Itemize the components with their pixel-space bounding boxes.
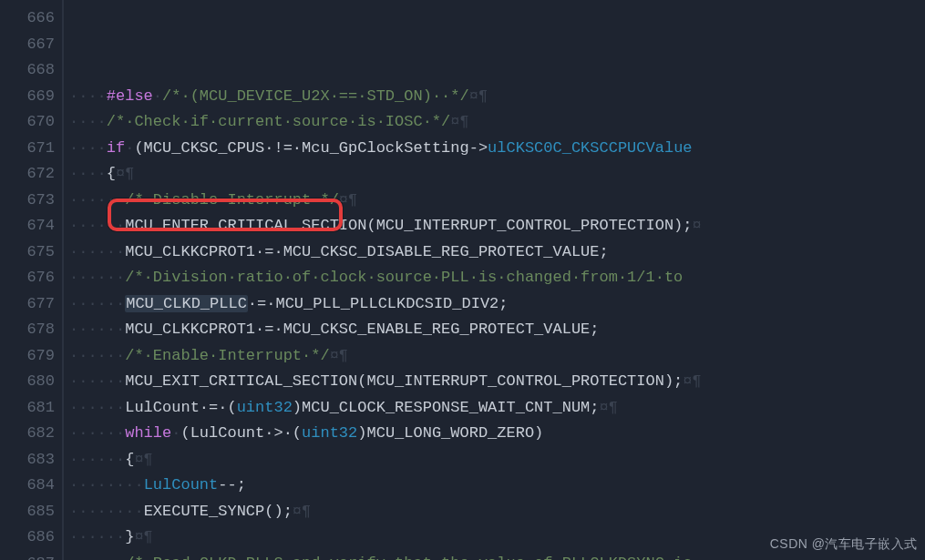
code-token: ¤¶ <box>116 165 134 182</box>
code-line[interactable]: ········EXECUTE_SYNCP();¤¶ <box>69 499 925 525</box>
watermark-text: CSDN @汽车电子嵌入式 <box>770 531 918 557</box>
code-token: /*·Read·CLKD_PLLS·and·verify·that·the·va… <box>125 555 692 561</box>
code-token: /*·Enable·Interrupt·*/ <box>125 347 329 364</box>
indent-dots: ······ <box>69 555 125 561</box>
code-line[interactable]: ····/*·Check·if·current·source·is·IOSC·*… <box>69 109 925 136</box>
line-number: 678 <box>0 317 62 343</box>
indent-dots: ···· <box>69 113 107 130</box>
code-token: /*·Check·if·current·source·is·IOSC·*/ <box>107 113 450 130</box>
code-token: MCU_CLKKCPROT1·=·MCU_CKSC_ENABLE_REG_PRO… <box>125 321 599 338</box>
code-token: LulCount·=·( <box>125 399 236 416</box>
indent-dots: ···· <box>69 87 107 105</box>
code-token: ¤¶ <box>469 87 488 105</box>
code-token: ¤¶ <box>330 347 348 364</box>
code-token: ¤¶ <box>134 451 152 468</box>
code-token: uint32 <box>302 424 357 442</box>
code-token: #else <box>107 87 153 105</box>
line-number: 671 <box>0 136 62 162</box>
indent-dots: ········ <box>69 476 144 494</box>
code-token: { <box>107 165 116 182</box>
code-line[interactable]: ······/*·Division·ratio·of·clock·source·… <box>69 265 925 291</box>
line-number: 687 <box>0 551 62 561</box>
indent-dots: ···· <box>69 139 107 157</box>
code-token: /*·Division·ratio·of·clock·source·PLL·is… <box>125 269 683 286</box>
line-number: 667 <box>0 32 62 58</box>
line-number-gutter: 6666676686696706716726736746756766776786… <box>0 0 62 560</box>
code-token: MCU_EXIT_CRITICAL_SECTION(MCU_INTERRUPT_… <box>125 372 683 390</box>
line-number: 680 <box>0 369 62 395</box>
code-editor[interactable]: 6666676686696706716726736746756766776786… <box>0 0 925 560</box>
code-line[interactable]: ······MCU_ENTER_CRITICAL_SECTION(MCU_INT… <box>69 213 925 239</box>
line-number: 668 <box>0 57 62 84</box>
code-line[interactable]: ········LulCount--; <box>69 473 925 499</box>
code-token: · <box>153 87 162 105</box>
code-token: uint32 <box>237 399 293 416</box>
code-token: EXECUTE_SYNCP(); <box>144 503 293 520</box>
indent-dots: ········ <box>69 503 144 520</box>
code-token: MCU_CLKKCPROT1·=·MCU_CKSC_DISABLE_REG_PR… <box>125 243 609 260</box>
code-token: ¤¶ <box>339 191 357 209</box>
code-token: )MCU_CLOCK_RESPONSE_WAIT_CNT_NUM; <box>293 399 600 416</box>
line-number: 686 <box>0 524 62 551</box>
line-number: 683 <box>0 447 62 473</box>
indent-dots: ······ <box>69 191 125 209</box>
code-token: ·=·MCU_PLL_PLLCLKDCSID_DIV2; <box>248 295 509 312</box>
code-token: (LulCount·>·( <box>180 424 302 442</box>
line-number: 675 <box>0 239 62 266</box>
line-number: 676 <box>0 265 62 291</box>
line-number: 670 <box>0 109 62 136</box>
line-number: 677 <box>0 291 62 318</box>
code-line[interactable]: ······MCU_EXIT_CRITICAL_SECTION(MCU_INTE… <box>69 369 925 395</box>
code-token: ¤¶ <box>683 372 701 390</box>
code-token: ¤¶ <box>450 113 468 130</box>
line-number: 684 <box>0 473 62 499</box>
code-token: )MCU_LONG_WORD_ZERO) <box>357 424 543 442</box>
code-line[interactable]: ······while·(LulCount·>·(uint32)MCU_LONG… <box>69 421 925 447</box>
indent-dots: ······ <box>69 528 125 545</box>
indent-dots: ······ <box>69 217 125 234</box>
code-token: { <box>125 451 134 468</box>
code-token: if <box>107 139 125 157</box>
indent-dots: ···· <box>69 165 107 182</box>
code-token: · <box>171 424 180 442</box>
code-line[interactable]: ······MCU_CLKD_PLLC·=·MCU_PLL_PLLCLKDCSI… <box>69 291 925 318</box>
code-token: ¤¶ <box>134 528 152 545</box>
line-number: 666 <box>0 5 62 32</box>
line-number: 679 <box>0 343 62 370</box>
line-number: 682 <box>0 421 62 447</box>
indent-dots: ······ <box>69 243 125 260</box>
line-number: 669 <box>0 84 62 110</box>
code-token: while <box>125 424 171 442</box>
code-token: (MCU_CKSC_CPUS·!=·Mcu_GpClockSetting-> <box>134 139 488 157</box>
code-line[interactable]: ······LulCount·=·(uint32)MCU_CLOCK_RESPO… <box>69 395 925 422</box>
indent-dots: ······ <box>69 399 125 416</box>
code-token: · <box>125 139 134 157</box>
code-token: ¤¶ <box>293 503 311 520</box>
code-line[interactable]: ······/*·Disable·Interrupt·*/¤¶ <box>69 188 925 214</box>
indent-dots: ······ <box>69 372 125 390</box>
indent-dots: ······ <box>69 347 125 364</box>
code-token: LulCount <box>144 476 219 494</box>
line-number: 672 <box>0 161 62 188</box>
code-token: /*·(MCU_DEVICE_U2X·==·STD_ON)··*/ <box>162 87 469 105</box>
code-token: ¤ <box>693 217 702 234</box>
code-line[interactable]: ······MCU_CLKKCPROT1·=·MCU_CKSC_ENABLE_R… <box>69 317 925 343</box>
indent-dots: ······ <box>69 424 125 442</box>
code-line[interactable]: ······MCU_CLKKCPROT1·=·MCU_CKSC_DISABLE_… <box>69 239 925 266</box>
line-number: 674 <box>0 213 62 239</box>
code-token: MCU_CLKD_PLLC <box>125 295 248 312</box>
code-line[interactable]: ······/*·Enable·Interrupt·*/¤¶ <box>69 343 925 370</box>
code-token: --; <box>218 476 246 494</box>
code-line[interactable]: ····#else·/*·(MCU_DEVICE_U2X·==·STD_ON)·… <box>69 84 925 110</box>
code-line[interactable]: ····{¤¶ <box>69 161 925 188</box>
indent-dots: ······ <box>69 451 125 468</box>
code-area[interactable]: ····#else·/*·(MCU_DEVICE_U2X·==·STD_ON)·… <box>64 0 925 560</box>
indent-dots: ······ <box>69 321 125 338</box>
code-token: /*·Disable·Interrupt·*/ <box>125 191 339 209</box>
line-number: 685 <box>0 499 62 525</box>
code-line[interactable]: ······{¤¶ <box>69 447 925 473</box>
indent-dots: ······ <box>69 295 125 312</box>
code-token: ¤¶ <box>600 399 618 416</box>
code-line[interactable]: ····if·(MCU_CKSC_CPUS·!=·Mcu_GpClockSett… <box>69 136 925 162</box>
code-token: MCU_ENTER_CRITICAL_SECTION(MCU_INTERRUPT… <box>125 217 692 234</box>
